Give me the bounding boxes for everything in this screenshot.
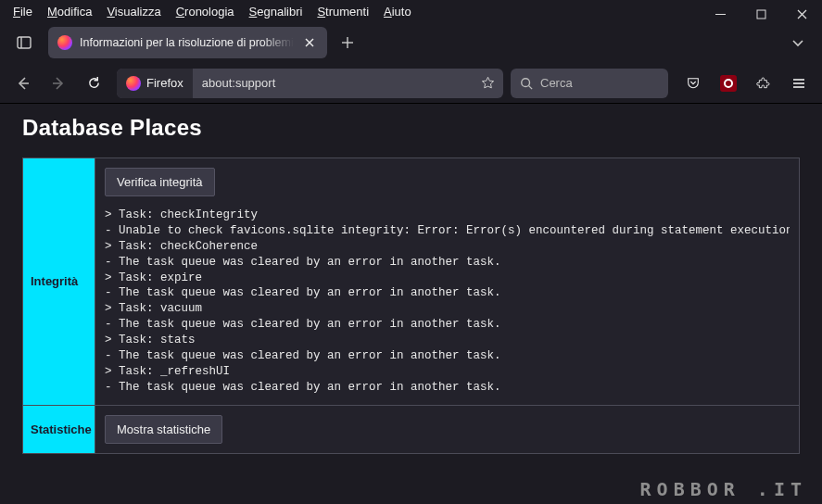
forward-button[interactable] — [43, 69, 74, 98]
watermark: ROBBOR .IT — [640, 478, 807, 500]
url-bar[interactable]: Firefox about:support — [117, 69, 503, 98]
places-table: Integrità Verifica integrità > Task: che… — [22, 158, 800, 454]
tab-title: Informazioni per la risoluzione di probl… — [80, 36, 294, 49]
list-all-tabs-button[interactable] — [783, 28, 813, 57]
firefox-view-button[interactable] — [7, 28, 41, 57]
page-title: Database Places — [22, 115, 800, 141]
reload-icon — [87, 76, 101, 90]
menu-view[interactable]: Visualizza — [99, 3, 168, 20]
menu-history[interactable]: Cronologia — [169, 3, 242, 20]
puzzle-icon — [756, 76, 771, 91]
arrow-left-icon — [16, 76, 31, 91]
row-cell-integrity: Verifica integrità > Task: checkIntegrit… — [95, 158, 800, 406]
chevron-down-icon — [791, 36, 804, 49]
extensions-button[interactable] — [748, 69, 779, 98]
close-icon — [797, 9, 807, 19]
menu-tools[interactable]: Strumenti — [310, 3, 376, 20]
verify-integrity-button[interactable]: Verifica integrità — [105, 168, 215, 196]
menu-edit-label: odifica — [57, 5, 93, 19]
integrity-log: > Task: checkIntegrity - Unable to check… — [105, 208, 790, 396]
svg-rect-1 — [757, 10, 765, 19]
menu-help-label: iuto — [392, 5, 411, 19]
firefox-favicon — [57, 35, 72, 50]
tab-active[interactable]: Informazioni per la risoluzione di probl… — [48, 27, 327, 58]
window-minimize[interactable] — [700, 0, 740, 28]
menu-help[interactable]: Aiuto — [376, 3, 419, 20]
search-placeholder: Cerca — [540, 76, 573, 90]
star-icon — [481, 76, 495, 90]
row-header-stats: Statistiche — [23, 405, 95, 453]
new-tab-button[interactable] — [333, 28, 362, 57]
table-row: Integrità Verifica integrità > Task: che… — [23, 158, 800, 406]
url-text: about:support — [193, 76, 472, 90]
close-icon — [305, 38, 314, 47]
save-to-pocket-button[interactable] — [677, 69, 709, 98]
ublock-icon — [720, 75, 737, 92]
bookmark-star-button[interactable] — [472, 69, 503, 98]
identity-label: Firefox — [146, 76, 183, 90]
app-menu-button[interactable] — [783, 69, 815, 98]
table-row: Statistiche Mostra statistiche — [23, 405, 800, 453]
menu-view-label: isualizza — [115, 5, 161, 19]
menu-bookmarks-label: egnalibri — [257, 5, 302, 19]
show-stats-button[interactable]: Mostra statistiche — [105, 415, 222, 444]
firefox-favicon — [126, 76, 141, 91]
window-maximize[interactable] — [740, 0, 781, 28]
svg-line-13 — [529, 85, 533, 89]
tab-close-button[interactable] — [301, 34, 318, 51]
arrow-right-icon — [51, 76, 66, 91]
hamburger-icon — [791, 76, 806, 91]
identity-box[interactable]: Firefox — [117, 69, 193, 98]
pocket-icon — [686, 76, 701, 91]
firefox-view-icon — [17, 35, 32, 50]
plus-icon — [341, 36, 354, 49]
search-icon — [520, 77, 533, 90]
menu-tools-label: trumenti — [325, 5, 369, 19]
ublock-origin-button[interactable] — [713, 69, 744, 98]
menu-edit[interactable]: Modifica — [40, 3, 99, 20]
window-close[interactable] — [781, 0, 822, 28]
svg-point-12 — [522, 78, 530, 86]
menu-bookmarks[interactable]: Segnalibri — [242, 3, 310, 20]
reload-button[interactable] — [78, 69, 109, 98]
svg-rect-4 — [18, 37, 31, 48]
row-header-integrity: Integrità — [23, 158, 95, 406]
menu-file-label: ile — [20, 5, 32, 19]
search-bar[interactable]: Cerca — [511, 69, 668, 98]
minimize-icon — [715, 9, 726, 19]
back-button[interactable] — [7, 69, 39, 98]
maximize-icon — [756, 9, 766, 19]
row-cell-stats: Mostra statistiche — [95, 405, 800, 453]
menu-history-label: ronologia — [184, 5, 234, 19]
menu-file[interactable]: File — [6, 3, 40, 20]
